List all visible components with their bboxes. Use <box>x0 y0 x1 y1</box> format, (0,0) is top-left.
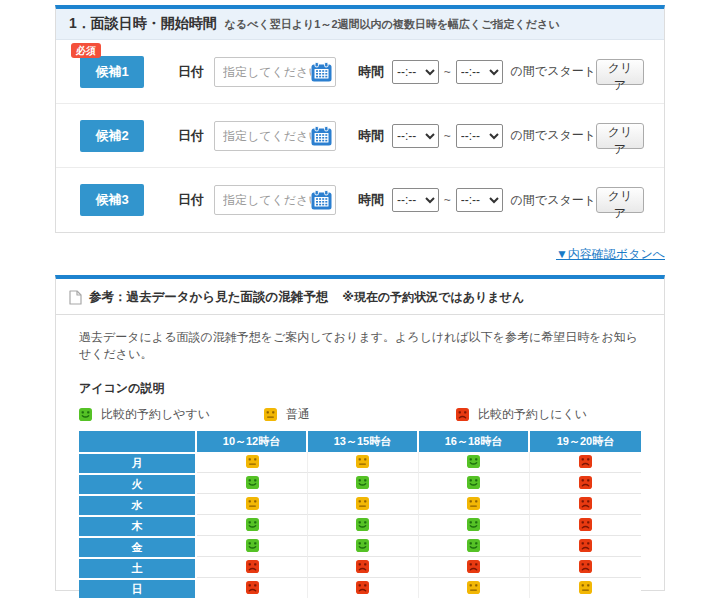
hard-face-icon <box>579 476 592 489</box>
time-to-select[interactable]: --:-- <box>456 60 503 84</box>
forecast-row: 日 <box>79 578 641 598</box>
forecast-row: 月 <box>79 452 641 473</box>
candidate-2-wrap: 候補2 <box>80 120 144 152</box>
forecast-cell <box>308 515 419 536</box>
candidate-3-wrap: 候補3 <box>80 184 144 216</box>
forecast-cell <box>530 557 641 578</box>
forecast-day-cell: 木 <box>79 515 197 536</box>
forecast-panel-header: 参考：過去データから見た面談の混雑予想 ※現在の予約状況ではありません <box>56 279 664 314</box>
legend-title: アイコンの説明 <box>79 380 641 397</box>
date-input[interactable] <box>223 193 311 207</box>
forecast-row: 金 <box>79 536 641 557</box>
forecast-cell <box>530 494 641 515</box>
forecast-day-cell: 月 <box>79 452 197 473</box>
time-from-select[interactable]: --:-- <box>392 188 439 212</box>
hard-face-icon <box>456 408 469 421</box>
forecast-cell <box>197 473 308 494</box>
easy-face-icon <box>246 518 259 531</box>
date-input-box <box>214 57 336 87</box>
schedule-panel-header: 1．面談日時・開始時間 なるべく翌日より1～2週間以内の複数日時を幅広くご指定く… <box>56 9 664 40</box>
header-divider <box>56 314 664 315</box>
forecast-cell <box>530 473 641 494</box>
candidate-row-1: 必須 候補1 日付 時間 --:-- ~ --:-- の間でスタート クリア <box>56 40 664 104</box>
candidate-1-button[interactable]: 候補1 <box>80 56 144 88</box>
normal-face-icon <box>246 455 259 468</box>
forecast-panel: 参考：過去データから見た面談の混雑予想 ※現在の予約状況ではありません 過去デー… <box>55 275 665 591</box>
forecast-cell <box>530 536 641 557</box>
forecast-cell <box>308 452 419 473</box>
normal-face-icon <box>356 455 369 468</box>
confirm-button-anchor-link[interactable]: ▼内容確認ボタンへ <box>556 246 665 263</box>
forecast-cell <box>197 494 308 515</box>
calendar-icon[interactable] <box>311 190 332 210</box>
normal-face-icon <box>356 497 369 510</box>
normal-face-icon <box>246 497 259 510</box>
forecast-row: 火 <box>79 473 641 494</box>
forecast-day-cell: 水 <box>79 494 197 515</box>
normal-face-icon <box>264 408 277 421</box>
date-input[interactable] <box>223 129 311 143</box>
hard-face-icon <box>579 455 592 468</box>
forecast-cell <box>197 557 308 578</box>
easy-face-icon <box>246 539 259 552</box>
hard-face-icon <box>356 560 369 573</box>
legend-label-hard: 比較的予約しにくい <box>478 406 587 423</box>
schedule-panel: 1．面談日時・開始時間 なるべく翌日より1～2週間以内の複数日時を幅広くご指定く… <box>55 5 665 233</box>
date-input-box <box>214 185 336 215</box>
forecast-cell <box>197 578 308 598</box>
legend-label-normal: 普通 <box>286 406 310 423</box>
document-icon <box>69 290 82 305</box>
forecast-panel-title-note: ※現在の予約状況ではありません <box>342 289 524 306</box>
date-input[interactable] <box>223 65 311 79</box>
time-range-separator: ~ <box>444 129 451 143</box>
time-suffix-text: の間でスタート <box>511 63 596 80</box>
time-to-select[interactable]: --:-- <box>456 188 503 212</box>
forecast-row: 木 <box>79 515 641 536</box>
easy-face-icon <box>467 476 480 489</box>
time-from-select[interactable]: --:-- <box>392 60 439 84</box>
forecast-cell <box>419 536 530 557</box>
clear-button-2[interactable]: クリア <box>596 123 644 149</box>
forecast-cell <box>419 578 530 598</box>
candidate-3-button[interactable]: 候補3 <box>80 184 144 216</box>
legend-item-normal: 普通 <box>264 406 456 423</box>
easy-face-icon <box>356 518 369 531</box>
forecast-cell <box>197 452 308 473</box>
clear-button-3[interactable]: クリア <box>596 187 644 213</box>
forecast-cell <box>308 536 419 557</box>
forecast-intro-text: 過去データによる面談の混雑予想をご案内しております。よろしければ以下を参考に希望… <box>79 329 641 363</box>
time-to-select[interactable]: --:-- <box>456 124 503 148</box>
hard-face-icon <box>246 560 259 573</box>
forecast-cell <box>197 515 308 536</box>
forecast-cell <box>419 515 530 536</box>
hard-face-icon <box>246 581 259 594</box>
hard-face-icon <box>467 560 480 573</box>
time-suffix-text: の間でスタート <box>511 192 596 209</box>
easy-face-icon <box>79 408 92 421</box>
date-label: 日付 <box>178 191 204 209</box>
time-label: 時間 <box>358 127 384 145</box>
forecast-cell <box>419 452 530 473</box>
candidate-2-button[interactable]: 候補2 <box>80 120 144 152</box>
hard-face-icon <box>579 518 592 531</box>
forecast-row: 土 <box>79 557 641 578</box>
forecast-cell <box>197 536 308 557</box>
forecast-cell <box>419 557 530 578</box>
easy-face-icon <box>467 518 480 531</box>
forecast-panel-title: 参考：過去データから見た面談の混雑予想 <box>89 289 328 306</box>
easy-face-icon <box>246 476 259 489</box>
clear-button-1[interactable]: クリア <box>596 59 644 85</box>
hard-face-icon <box>579 560 592 573</box>
forecast-row: 水 <box>79 494 641 515</box>
schedule-panel-title: 1．面談日時・開始時間 <box>69 15 217 33</box>
forecast-cell <box>308 578 419 598</box>
forecast-day-cell: 日 <box>79 578 197 598</box>
candidate-row-2: 候補2 日付 時間 --:-- ~ --:-- の間でスタート クリア <box>56 104 664 168</box>
calendar-icon[interactable] <box>311 126 332 146</box>
forecast-table: 10～12時台 13～15時台 16～18時台 19～20時台 月火水木金土日 <box>79 431 641 598</box>
hard-face-icon <box>579 539 592 552</box>
time-from-select[interactable]: --:-- <box>392 124 439 148</box>
calendar-icon[interactable] <box>311 62 332 82</box>
legend-item-easy: 比較的予約しやすい <box>79 406 264 423</box>
forecast-col-header: 13～15時台 <box>308 431 419 452</box>
